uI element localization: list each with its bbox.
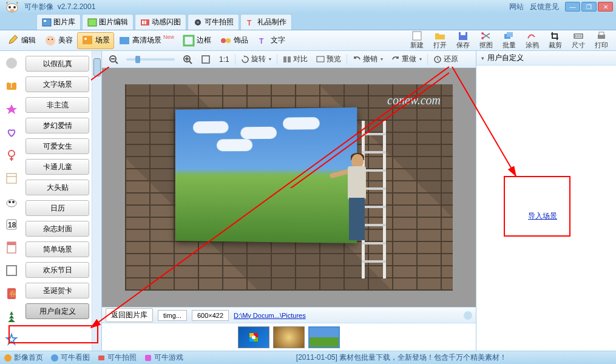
tab-gallery[interactable]: 图片库 <box>36 14 81 30</box>
cat-icon-11: 春 <box>4 286 19 301</box>
tab-edit[interactable]: 图片编辑 <box>82 14 134 30</box>
minimize-button[interactable]: — <box>565 2 580 12</box>
sidebar-scrollbar[interactable] <box>92 51 101 351</box>
svg-rect-44 <box>7 242 16 245</box>
side-item-4[interactable]: 可爱女生 <box>25 138 89 154</box>
tool-beauty[interactable]: 美容 <box>40 32 77 49</box>
thumbnail-strip <box>102 323 476 351</box>
svg-rect-4 <box>42 19 51 26</box>
promo-text[interactable]: [2011-01-05] 素材包批量下载，全新登场！包含千万个精美素材！ <box>296 352 507 363</box>
tab-gift[interactable]: T礼品制作 <box>240 14 292 30</box>
preview-icon <box>316 55 325 64</box>
text-icon: T <box>257 35 269 47</box>
link-feedback[interactable]: 反馈意见 <box>530 2 559 12</box>
side-item-5[interactable]: 卡通儿童 <box>25 159 89 175</box>
game-icon <box>144 354 152 362</box>
side-item-11[interactable]: 圣诞贺卡 <box>25 283 89 298</box>
main-tab-bar: 图片库 图片编辑 动感闪图 可牛拍照 T礼品制作 <box>0 13 616 30</box>
zoom-in[interactable] <box>180 53 195 66</box>
link-website[interactable]: 网站 <box>509 2 524 12</box>
side-item-2[interactable]: 非主流 <box>25 97 89 113</box>
zoom-out[interactable] <box>106 53 121 66</box>
status-home[interactable]: 影像首页 <box>4 352 43 363</box>
maximize-button[interactable]: ❐ <box>581 2 597 12</box>
open-icon <box>434 31 446 41</box>
svg-rect-16 <box>83 36 92 44</box>
cat-icon-13 <box>4 332 19 347</box>
svg-rect-9 <box>144 21 146 24</box>
svg-rect-23 <box>413 32 421 40</box>
filepath-link[interactable]: D:\My Docum...\Pictures <box>234 312 306 319</box>
zoom-actual[interactable]: 1:1 <box>216 54 232 65</box>
side-item-0[interactable]: 以假乱真 <box>25 56 89 72</box>
svg-rect-29 <box>507 32 513 37</box>
close-button[interactable]: ✕ <box>598 2 613 12</box>
svg-point-11 <box>197 21 199 24</box>
status-viewer[interactable]: 可牛看图 <box>50 352 90 363</box>
svg-point-56 <box>51 354 58 362</box>
svg-point-17 <box>84 38 87 40</box>
side-item-1[interactable]: 文字场景 <box>25 76 89 92</box>
rtool-open[interactable]: 打开 <box>428 30 452 51</box>
svg-rect-18 <box>120 37 129 44</box>
zoom-fit[interactable] <box>198 53 214 66</box>
preview-btn[interactable]: 预览 <box>313 53 344 66</box>
rtool-print[interactable]: 打印 <box>590 30 613 51</box>
cat-icon-5 <box>4 148 19 163</box>
face-icon <box>44 35 56 47</box>
side-item-3[interactable]: 梦幻爱情 <box>25 118 89 133</box>
tool-text[interactable]: T文字 <box>252 32 289 49</box>
tool-hdscene[interactable]: 高清场景New <box>114 32 178 49</box>
rtool-crop[interactable]: 裁剪 <box>544 30 567 51</box>
hd-icon <box>118 35 130 47</box>
cat-icon-4 <box>4 125 19 140</box>
zoom-slider[interactable] <box>126 58 175 61</box>
svg-point-36 <box>8 150 15 157</box>
sidebar-icon-col: T 18 春 <box>0 51 23 351</box>
rotate-menu[interactable]: 旋转 <box>238 53 274 66</box>
svg-text:T: T <box>247 19 252 27</box>
svg-rect-58 <box>145 355 151 361</box>
rtool-size[interactable]: 尺寸 <box>567 30 590 51</box>
rtool-save[interactable]: 保存 <box>452 30 475 51</box>
tool-frame[interactable]: 边框 <box>178 32 215 49</box>
tab-flash[interactable]: 动感闪图 <box>135 14 186 30</box>
redo-btn[interactable]: 重做 <box>388 53 425 66</box>
side-item-7[interactable]: 日历 <box>25 200 89 216</box>
status-games[interactable]: 可牛游戏 <box>144 352 183 363</box>
batch-icon <box>503 31 515 41</box>
camera-icon <box>193 18 203 27</box>
cat-icon-2: T <box>4 79 19 93</box>
watermark-text: conew.com <box>387 93 441 107</box>
info-slider[interactable] <box>464 311 472 320</box>
svg-rect-37 <box>7 174 16 183</box>
side-item-9[interactable]: 简单场景 <box>25 241 89 257</box>
rtool-new[interactable]: 新建 <box>405 30 428 51</box>
back-to-gallery[interactable]: 返回图片库 <box>106 308 153 322</box>
rtool-cutout[interactable]: 抠图 <box>475 30 498 51</box>
thumb-1[interactable] <box>238 326 269 348</box>
rtool-batch[interactable]: 批量 <box>498 30 521 51</box>
right-panel-header[interactable]: 用户自定义 <box>476 51 616 66</box>
thumb-3[interactable] <box>308 326 340 348</box>
cat-icon-10 <box>4 263 19 278</box>
side-item-6[interactable]: 大头贴 <box>25 180 89 195</box>
tool-scene[interactable]: 场景 <box>77 32 114 49</box>
status-camera[interactable]: 可牛拍照 <box>97 352 137 363</box>
thumb-2[interactable] <box>273 326 305 348</box>
tab-camera[interactable]: 可牛拍照 <box>188 14 239 30</box>
side-item-8[interactable]: 杂志封面 <box>25 221 89 237</box>
restore-btn[interactable]: 还原 <box>430 53 461 66</box>
tool-decor[interactable]: 饰品 <box>215 32 252 49</box>
undo-btn[interactable]: 撤销 <box>350 53 386 66</box>
compare-btn[interactable]: 对比 <box>280 53 311 66</box>
rtool-doodle[interactable]: 涂鸦 <box>521 30 544 51</box>
svg-point-39 <box>8 201 11 203</box>
side-item-10[interactable]: 欢乐节日 <box>25 262 89 278</box>
tool-edit[interactable]: 编辑 <box>3 32 40 49</box>
import-scene-link[interactable]: 导入场景 <box>528 211 557 221</box>
new-icon <box>411 31 423 41</box>
canvas-area[interactable]: conew.com <box>102 68 476 307</box>
side-item-12[interactable]: 用户自定义 <box>25 303 89 319</box>
svg-rect-6 <box>88 19 96 26</box>
